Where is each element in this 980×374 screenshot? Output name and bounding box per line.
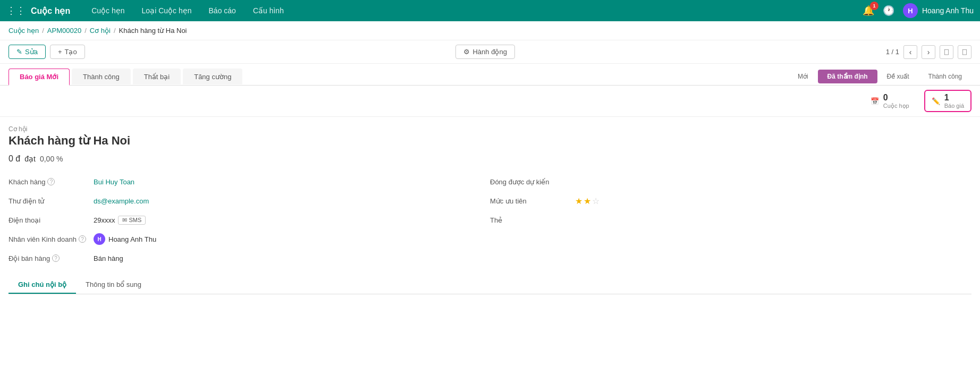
phone-text: 29xxxx — [94, 216, 115, 224]
label-text-the: Thẻ — [490, 216, 502, 224]
pencil-icon: ✏️ — [932, 97, 940, 105]
record-value-row: 0 đ đạt 0,00 % — [9, 154, 971, 164]
plus-icon: + — [58, 48, 62, 56]
star-2[interactable]: ★ — [584, 196, 591, 206]
sms-button[interactable]: ✉ SMS — [118, 216, 146, 225]
record-section: Cơ hội Khách hàng từ Ha Noi 0 đ đạt 0,00… — [0, 117, 980, 294]
label-text-thu-dien-tu: Thư điện tử — [9, 197, 44, 205]
user-menu[interactable]: H Hoang Anh Thu — [903, 3, 974, 18]
field-thu-dien-tu: Thư điện tử ds@example.com — [9, 191, 490, 210]
field-value-khach-hang: Bui Huy Toan — [94, 178, 134, 186]
star-1[interactable]: ★ — [575, 196, 582, 206]
breadcrumb-co-hoi[interactable]: Cơ hội — [90, 27, 111, 35]
field-label-khach-hang: Khách hàng ? — [9, 178, 94, 186]
breadcrumb-sep-3: / — [114, 27, 116, 35]
breadcrumb-cuoc-hen[interactable]: Cuộc hẹn — [9, 27, 39, 35]
status-step-moi[interactable]: Mới — [788, 70, 818, 83]
status-pipeline: Mới Đã thẩm định Đề xuất Thành công — [788, 70, 971, 83]
smart-btn-bao-gia[interactable]: ✏️ 1 Báo giá — [924, 90, 971, 112]
record-title: Khách hàng từ Ha Noi — [9, 134, 971, 148]
breadcrumb-apm[interactable]: APM00020 — [47, 27, 81, 35]
tab-ghi-chu[interactable]: Ghi chú nội bộ — [9, 276, 76, 294]
share-icon-button[interactable]: ⎕ — [940, 45, 953, 59]
smart-btn-cuoc-hop[interactable]: 📅 0 Cuộc họp — [864, 90, 916, 112]
external-icon-button[interactable]: ⎕ — [958, 45, 971, 59]
tab-thong-tin[interactable]: Thông tin bổ sung — [76, 276, 151, 294]
status-step-thanh-cong[interactable]: Thành công — [919, 70, 971, 83]
action-bar: ✎ Sửa + Tạo ⚙ Hành động 1 / 1 ‹ › ⎕ ⎕ — [0, 40, 980, 64]
create-button[interactable]: + Tạo — [50, 45, 85, 59]
stage-tab-tang-cuong[interactable]: Tăng cường — [183, 69, 242, 84]
edit-icon: ✎ — [16, 48, 22, 56]
email-link[interactable]: ds@example.com — [94, 197, 149, 205]
menu-item-bao-cao[interactable]: Báo cáo — [200, 0, 244, 21]
field-muc-uu-tien: Mức ưu tiên ★ ★ ☆ — [490, 191, 971, 210]
field-value-nhan-vien: H Hoang Anh Thu — [94, 233, 156, 245]
label-text-khach-hang: Khách hàng — [9, 178, 45, 186]
notification-bell-button[interactable]: 🔔 1 — [863, 5, 874, 16]
record-amount: 0 đ — [9, 154, 20, 164]
field-doi-ban-hang: Đội bán hàng ? Bán hàng — [9, 249, 490, 268]
label-text-muc-uu-tien: Mức ưu tiên — [490, 197, 527, 205]
create-label: Tạo — [65, 48, 77, 56]
fields-col-left: Khách hàng ? Bui Huy Toan Thư điện tử ds… — [9, 172, 490, 268]
smart-btn-cuoc-hop-info: 0 Cuộc họp — [883, 93, 909, 109]
field-value-muc-uu-tien: ★ ★ ☆ — [575, 196, 599, 206]
field-label-the: Thẻ — [490, 216, 575, 224]
menu-item-loai-cuoc-hen[interactable]: Loại Cuộc hẹn — [133, 0, 200, 21]
edit-label: Sửa — [25, 48, 38, 56]
grid-icon[interactable]: ⋮⋮ — [6, 5, 26, 16]
status-step-da-tham-dinh[interactable]: Đã thẩm định — [818, 70, 877, 83]
nhan-vien-avatar: H — [94, 233, 105, 245]
top-menu: Cuộc hẹn Loại Cuộc hẹn Báo cáo Cấu hình — [83, 0, 863, 21]
stage-tabs-bar: Báo giá Mới Thành công Thất bại Tăng cườ… — [0, 64, 980, 86]
notification-badge: 1 — [870, 2, 878, 10]
topnav-right-area: 🔔 1 🕐 H Hoang Anh Thu — [863, 3, 974, 18]
menu-item-cau-hinh[interactable]: Cấu hình — [244, 0, 292, 21]
clock-icon-button[interactable]: 🕐 — [883, 5, 894, 16]
sms-label: SMS — [129, 217, 141, 223]
field-value-thu-dien-tu: ds@example.com — [94, 197, 149, 205]
record-percent: 0,00 % — [40, 155, 63, 163]
help-icon-khach-hang[interactable]: ? — [47, 178, 55, 185]
field-label-muc-uu-tien: Mức ưu tiên — [490, 197, 575, 205]
breadcrumb-current: Khách hàng từ Ha Noi — [119, 27, 187, 35]
breadcrumb-sep-2: / — [85, 27, 87, 35]
edit-button[interactable]: ✎ Sửa — [9, 45, 46, 59]
record-type: Cơ hội — [9, 125, 971, 133]
pagination-text: 1 / 1 — [886, 48, 899, 56]
stage-tab-bao-gia-moi[interactable]: Báo giá Mới — [9, 69, 70, 86]
top-navigation: ⋮⋮ Cuộc hẹn Cuộc hẹn Loại Cuộc hẹn Báo c… — [0, 0, 980, 21]
star-3[interactable]: ☆ — [592, 196, 599, 206]
field-label-dong-duoc: Đóng được dự kiến — [490, 178, 575, 186]
field-nhan-vien: Nhân viên Kinh doanh ? H Hoang Anh Thu — [9, 230, 490, 249]
khach-hang-link[interactable]: Bui Huy Toan — [94, 178, 134, 186]
fields-col-right: Đóng được dự kiến Mức ưu tiên ★ ★ ☆ — [490, 172, 971, 268]
stage-tab-thanh-cong[interactable]: Thành công — [72, 69, 131, 84]
bottom-tabs: Ghi chú nội bộ Thông tin bổ sung — [9, 276, 971, 294]
action-button[interactable]: ⚙ Hành động — [455, 45, 514, 59]
field-label-nhan-vien: Nhân viên Kinh doanh ? — [9, 235, 94, 243]
sms-icon: ✉ — [122, 217, 127, 224]
stage-tab-that-bai[interactable]: Thất bại — [133, 69, 181, 84]
brand-name[interactable]: Cuộc hẹn — [31, 6, 70, 16]
help-icon-nhan-vien[interactable]: ? — [79, 235, 86, 243]
help-icon-doi-ban-hang[interactable]: ? — [52, 254, 60, 262]
calendar-icon: 📅 — [871, 97, 879, 105]
record-achieved-label: đạt — [24, 155, 36, 163]
label-text-dong-duoc: Đóng được dự kiến — [490, 178, 550, 186]
next-button[interactable]: › — [922, 45, 935, 59]
smart-buttons-area: 📅 0 Cuộc họp ✏️ 1 Báo giá — [0, 86, 980, 117]
pagination-area: 1 / 1 ‹ › ⎕ ⎕ — [886, 45, 971, 59]
fields-grid: Khách hàng ? Bui Huy Toan Thư điện tử ds… — [9, 172, 971, 268]
field-label-doi-ban-hang: Đội bán hàng ? — [9, 254, 94, 262]
priority-stars: ★ ★ ☆ — [575, 196, 599, 206]
field-dien-thoai: Điện thoại 29xxxx ✉ SMS — [9, 210, 490, 230]
cuoc-hop-label: Cuộc họp — [883, 103, 909, 109]
menu-item-cuoc-hen[interactable]: Cuộc hẹn — [83, 0, 133, 21]
prev-button[interactable]: ‹ — [903, 45, 917, 59]
bao-gia-count: 1 — [944, 93, 964, 103]
status-step-de-xuat[interactable]: Đề xuất — [877, 70, 919, 83]
cuoc-hop-count: 0 — [883, 93, 909, 103]
user-name: Hoang Anh Thu — [922, 6, 974, 15]
